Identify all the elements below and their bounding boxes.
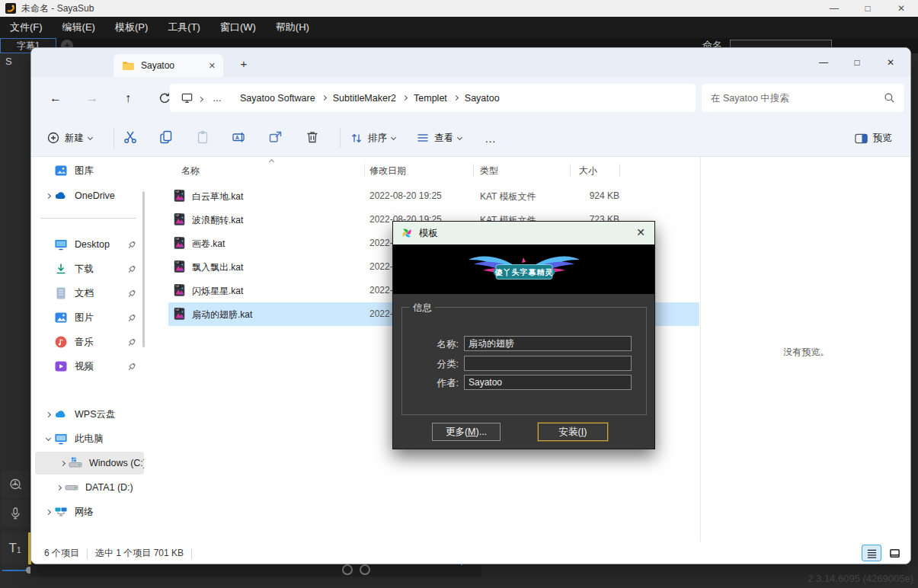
paste-button[interactable]: [195, 129, 212, 146]
new-tab-icon[interactable]: +: [237, 57, 251, 71]
sort-button[interactable]: 排序: [350, 126, 395, 149]
column-size[interactable]: 大小: [579, 165, 597, 177]
collapse-chevron-icon[interactable]: [45, 435, 50, 440]
expand-chevron-icon[interactable]: [59, 460, 65, 465]
up-icon[interactable]: ↑: [117, 87, 139, 110]
status-divider: [191, 548, 192, 559]
file-name: 白云草地.kat: [192, 190, 243, 203]
expand-chevron-icon[interactable]: [56, 484, 61, 490]
forward-icon[interactable]: →: [81, 87, 104, 110]
delete-button[interactable]: [305, 129, 321, 146]
app-menubar: 文件(F) 编辑(E) 模板(P) 工具(T) 窗口(W) 帮助(H): [0, 17, 918, 38]
sidebar-item-this-pc[interactable]: 此电脑: [31, 427, 146, 450]
expand-chevron-icon[interactable]: [45, 411, 50, 417]
column-date[interactable]: 修改日期: [369, 165, 406, 177]
breadcrumb[interactable]: … Sayatoo Software SubtitleMaker2 Temple…: [170, 84, 696, 112]
sidebar-item-gallery[interactable]: 图库: [31, 159, 146, 182]
network-icon: [54, 505, 68, 519]
timeline-loop-icon[interactable]: [342, 564, 353, 575]
sidebar-scrollbar[interactable]: [142, 191, 145, 347]
chevron-down-icon: [457, 134, 462, 139]
explorer-maximize-icon[interactable]: □: [840, 48, 874, 77]
share-button[interactable]: [268, 129, 285, 146]
column-name[interactable]: 名称: [181, 165, 200, 177]
sidebar-item-pictures[interactable]: 图片: [31, 306, 146, 329]
preview-pane-icon: [854, 131, 868, 145]
menu-edit[interactable]: 编辑(E): [53, 17, 105, 38]
sidebar-item-documents[interactable]: 文档: [31, 282, 146, 305]
new-button[interactable]: 新建: [46, 126, 92, 149]
category-field[interactable]: [464, 356, 632, 371]
sidebar-item-wps-cloud[interactable]: WPS云盘: [31, 403, 146, 426]
sidebar-item-desktop[interactable]: Desktop: [31, 233, 146, 256]
sidebar-item-videos[interactable]: 视频: [31, 355, 146, 378]
list-view-icon: [866, 548, 878, 559]
explorer-minimize-icon[interactable]: —: [807, 48, 840, 77]
drive-c-icon: [69, 456, 82, 470]
sidebar-label: DATA1 (D:): [85, 482, 146, 493]
app-maximize-icon[interactable]: □: [851, 0, 884, 17]
cut-button[interactable]: [123, 129, 139, 146]
more-button[interactable]: 更多(M)...: [432, 423, 501, 441]
search-box[interactable]: [702, 84, 904, 112]
preview-label: 预览: [873, 132, 892, 145]
search-input[interactable]: [711, 84, 871, 112]
view-button[interactable]: 查看: [416, 126, 462, 149]
tab-close-icon[interactable]: ✕: [209, 61, 216, 71]
expand-chevron-icon[interactable]: [45, 509, 50, 514]
app-minimize-icon[interactable]: —: [817, 0, 851, 17]
audio-track-button[interactable]: [2, 500, 29, 527]
more-button-suffix: )...: [476, 427, 488, 437]
file-date: 2022-08-20 19:25: [369, 190, 442, 201]
preview-toggle-button[interactable]: 预览: [854, 126, 892, 149]
thumbnail-view-button[interactable]: [884, 545, 904, 561]
more-options-icon[interactable]: …: [485, 126, 497, 149]
app-close-icon[interactable]: ✕: [884, 0, 918, 17]
column-divider[interactable]: [364, 164, 365, 177]
column-divider[interactable]: [619, 164, 620, 177]
column-divider[interactable]: [473, 164, 474, 177]
menu-template[interactable]: 模板(P): [105, 17, 158, 38]
explorer-commandbar: 新建 A 排序 查看 … 预览: [31, 119, 910, 157]
back-icon[interactable]: ←: [44, 87, 67, 110]
sidebar-item-data1-d[interactable]: DATA1 (D:): [31, 476, 146, 499]
sidebar-item-windows-c[interactable]: Windows (C:): [35, 452, 144, 475]
column-type[interactable]: 类型: [480, 165, 498, 177]
crumb-chevron-icon: [198, 96, 203, 101]
sidebar-item-onedrive[interactable]: OneDrive: [31, 184, 146, 207]
sidebar-item-network[interactable]: 网络: [31, 500, 146, 523]
crumb-subtitlemaker2[interactable]: SubtitleMaker2: [326, 93, 403, 104]
sidebar-label: 此电脑: [75, 433, 146, 446]
text-track-button[interactable]: T1: [2, 532, 28, 564]
crumb-sayatoo[interactable]: Sayatoo: [458, 93, 507, 104]
name-field[interactable]: [464, 336, 632, 351]
trash-icon: [305, 129, 320, 145]
crumb-templet[interactable]: Templet: [407, 93, 454, 104]
crumb-overflow[interactable]: …: [208, 93, 227, 104]
sidebar-item-music[interactable]: 音乐: [31, 331, 146, 353]
menu-help[interactable]: 帮助(H): [266, 17, 319, 38]
rename-button[interactable]: A: [232, 129, 248, 146]
install-button[interactable]: 安装(I): [538, 423, 608, 441]
file-row[interactable]: KAT 白云草地.kat 2022-08-20 19:25 KAT 模板文件 9…: [168, 184, 699, 208]
crumb-sayatoo-software[interactable]: Sayatoo Software: [233, 93, 322, 104]
author-field[interactable]: [464, 375, 632, 390]
copy-button[interactable]: [158, 129, 175, 146]
menu-window[interactable]: 窗口(W): [210, 17, 266, 38]
zoom-slider-track[interactable]: [2, 570, 27, 571]
explorer-tab-sayatoo[interactable]: Sayatoo ✕: [114, 54, 223, 77]
dialog-banner: 傻丫头字幕精灵: [393, 244, 654, 294]
details-view-button[interactable]: [862, 545, 881, 561]
timeline-loop2-icon[interactable]: [360, 564, 370, 575]
pictures-icon: [54, 311, 68, 324]
video-track-button[interactable]: [2, 471, 29, 498]
menu-file[interactable]: 文件(F): [0, 17, 53, 38]
sidebar-item-downloads[interactable]: 下载: [31, 257, 146, 280]
share-icon: [268, 129, 283, 145]
explorer-close-icon[interactable]: ✕: [874, 48, 907, 77]
dialog-close-icon[interactable]: ✕: [636, 226, 645, 238]
expand-chevron-icon[interactable]: [45, 193, 50, 198]
column-divider[interactable]: [570, 164, 571, 177]
menu-tools[interactable]: 工具(T): [158, 17, 210, 38]
file-name: 扇动的翅膀.kat: [192, 308, 252, 321]
